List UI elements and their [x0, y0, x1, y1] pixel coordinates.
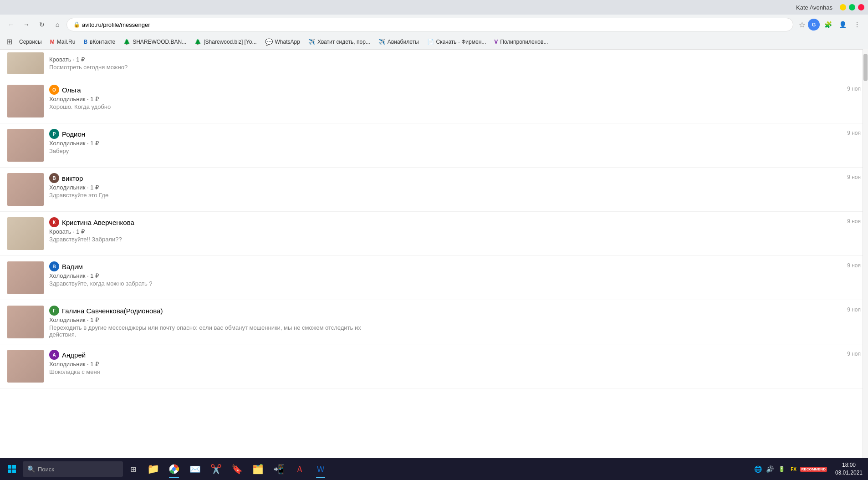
chrome-icon [168, 464, 179, 475]
conv-body: В виктор Холодильник · 1 ₽ Здравствуйте … [49, 173, 861, 206]
conversation-item[interactable]: Г Галина Савченкова(Родионова) Холодильн… [0, 300, 868, 344]
user-line: Г Галина Савченкова(Родионова) [49, 306, 368, 316]
taskbar-acrobat-icon[interactable]: Ａ [290, 459, 310, 479]
username: Галина Савченкова(Родионова) [62, 307, 163, 315]
bookmark-whatsapp[interactable]: 💬 WhatsApp [262, 37, 303, 47]
profile-name: Kate Avonhas [796, 4, 832, 11]
user-line: В Вадим [49, 261, 153, 271]
battery-icon[interactable]: 🔋 [776, 464, 787, 475]
vk-label: вКонтакте [90, 39, 115, 45]
bookmark-servisy[interactable]: Сервисы [16, 37, 45, 46]
network-icon[interactable]: 🌐 [753, 464, 764, 475]
conv-left: О Ольга Холодильник · 1 ₽ Хорошо. Когда … [49, 85, 111, 110]
last-message: Заберу [49, 148, 99, 154]
hvatit-label: Хватит сидеть, пор... [317, 39, 370, 45]
messenger-container: Кровать · 1 ₽ Посмотреть сегодня можно? … [0, 50, 868, 388]
reload-button[interactable]: ↻ [36, 18, 48, 31]
product-thumbnail [7, 85, 44, 117]
partial-conversation-item[interactable]: Кровать · 1 ₽ Посмотреть сегодня можно? [0, 50, 868, 79]
conv-time: 9 ноя [842, 129, 861, 136]
apps-grid-icon[interactable]: ⊞ [5, 37, 14, 46]
taskbar-search-bar[interactable]: 🔍 Поиск [23, 461, 123, 477]
start-button[interactable] [2, 459, 22, 479]
bookmark-aviabilety[interactable]: ✈️ Авиабилеты [375, 37, 422, 46]
sync-icon[interactable]: 👤 [836, 18, 849, 31]
whatsapp-label: WhatsApp [275, 39, 300, 45]
mailru-label: Mail.Ru [57, 39, 76, 45]
bookmark-poliprop[interactable]: V Полипропиленов... [491, 37, 551, 46]
product-info: Холодильник · 1 ₽ [49, 272, 153, 279]
lock-icon: 🔒 [73, 21, 80, 28]
conversation-item[interactable]: А Андрей Холодильник · 1 ₽ Шоколадка с м… [0, 344, 868, 388]
conv-time: 9 ноя [842, 261, 861, 269]
product-info: Холодильник · 1 ₽ [49, 140, 99, 147]
taskbar-chrome-icon[interactable] [164, 459, 184, 479]
bookmark-sharewood[interactable]: 🌲 SHAREWOOD.BAN... [120, 37, 189, 46]
hvatit-icon: ✈️ [308, 39, 315, 45]
taskbar-explorer-icon[interactable]: 📁 [143, 459, 163, 479]
taskbar-clock[interactable]: 18:00 03.01.2021 [832, 461, 866, 477]
conv-header-row: В Вадим Холодильник · 1 ₽ Здравствуйте, … [49, 261, 861, 287]
address-bar[interactable]: 🔒 [66, 18, 793, 31]
conv-header-row: К Кристина Аверченкова Кровать · 1 ₽ Здр… [49, 217, 861, 243]
taskbar-viber-icon[interactable]: 📲 [269, 459, 289, 479]
product-thumbnail [7, 129, 44, 162]
bookmarks-bar: ⊞ Сервисы M Mail.Ru В вКонтакте 🌲 SHAREW… [0, 35, 868, 49]
volume-icon[interactable]: 🔊 [765, 464, 776, 475]
bookmark-hvatit[interactable]: ✈️ Хватит сидеть, пор... [305, 37, 373, 46]
username: виктор [62, 174, 83, 182]
conversation-item[interactable]: В виктор Холодильник · 1 ₽ Здравствуйте … [0, 168, 868, 212]
tray-fx[interactable]: FX [788, 464, 799, 475]
product-info: Холодильник · 1 ₽ [49, 184, 108, 191]
bookmark-mailru[interactable]: M Mail.Ru [47, 37, 79, 46]
svg-rect-2 [8, 470, 11, 473]
bookmark-sharewood2[interactable]: 🌲 [Sharewood.biz] [Yo... [191, 37, 260, 46]
taskbar-word-icon[interactable]: Ｗ [311, 459, 331, 479]
bookmark-star-icon[interactable]: ☆ [799, 20, 805, 29]
main-content: Кровать · 1 ₽ Посмотреть сегодня можно? … [0, 50, 868, 466]
system-tray: 🌐 🔊 🔋 FX RECOMMEND [749, 464, 831, 475]
translate-icon[interactable]: G [808, 19, 820, 31]
browser-toolbar: ← → ↻ ⌂ 🔒 ☆ G 🧩 👤 ⋮ [0, 15, 868, 35]
page-scrollbar[interactable] [863, 49, 868, 459]
settings-icon[interactable]: ⋮ [851, 18, 863, 31]
home-button[interactable]: ⌂ [51, 18, 64, 31]
conversation-item[interactable]: Р Родион Холодильник · 1 ₽ Заберу 9 ноя [0, 123, 868, 168]
extensions-icon[interactable]: 🧩 [822, 18, 834, 31]
windows-icon [7, 465, 16, 474]
taskbar-mail-icon[interactable]: ✉️ [185, 459, 205, 479]
user-line: В виктор [49, 173, 108, 183]
taskbar-search-icon: 🔍 [27, 465, 35, 473]
user-avatar: К [49, 217, 59, 227]
conv-content: Кровать · 1 ₽ Посмотреть сегодня можно? [49, 56, 128, 71]
explorer-icon: 📁 [147, 463, 159, 475]
taskbar-scissors-icon[interactable]: ✂️ [206, 459, 226, 479]
product-thumbnail [7, 173, 44, 206]
bookmark-vk[interactable]: В вКонтакте [80, 37, 118, 46]
conversation-item[interactable]: О Ольга Холодильник · 1 ₽ Хорошо. Когда … [0, 79, 868, 123]
conv-header-row: Р Родион Холодильник · 1 ₽ Заберу 9 ноя [49, 129, 861, 154]
task-view-button[interactable]: ⊞ [124, 460, 142, 478]
product-info: Кровать · 1 ₽ [49, 228, 134, 235]
sharewood2-icon: 🌲 [194, 39, 201, 45]
forward-button[interactable]: → [20, 18, 33, 31]
taskbar-filemanager-icon[interactable]: 🗂️ [248, 459, 268, 479]
product-info: Холодильник · 1 ₽ [49, 361, 100, 368]
url-input[interactable] [82, 21, 786, 28]
conversation-item[interactable]: В Вадим Холодильник · 1 ₽ Здравствуйте, … [0, 256, 868, 300]
task-view-icon: ⊞ [130, 465, 136, 474]
last-message: Здравствуйте, когда можно забрать ? [49, 280, 153, 287]
taskbar-app5[interactable]: 🔖 [227, 459, 247, 479]
back-button[interactable]: ← [5, 18, 17, 31]
conv-left: А Андрей Холодильник · 1 ₽ Шоколадка с м… [49, 350, 100, 375]
skachat-icon: 📄 [427, 39, 434, 45]
bookmark-skachat[interactable]: 📄 Скачать - Фирмен... [424, 37, 490, 46]
conversation-item[interactable]: К Кристина Аверченкова Кровать · 1 ₽ Здр… [0, 212, 868, 256]
conv-body: В Вадим Холодильник · 1 ₽ Здравствуйте, … [49, 261, 861, 294]
mail-icon: ✉️ [189, 464, 201, 475]
username: Родион [62, 130, 85, 138]
conv-time: 9 ноя [842, 85, 861, 92]
filemanager-icon: 🗂️ [252, 464, 264, 475]
conv-body: Г Галина Савченкова(Родионова) Холодильн… [49, 306, 861, 338]
conv-body: О Ольга Холодильник · 1 ₽ Хорошо. Когда … [49, 85, 861, 117]
